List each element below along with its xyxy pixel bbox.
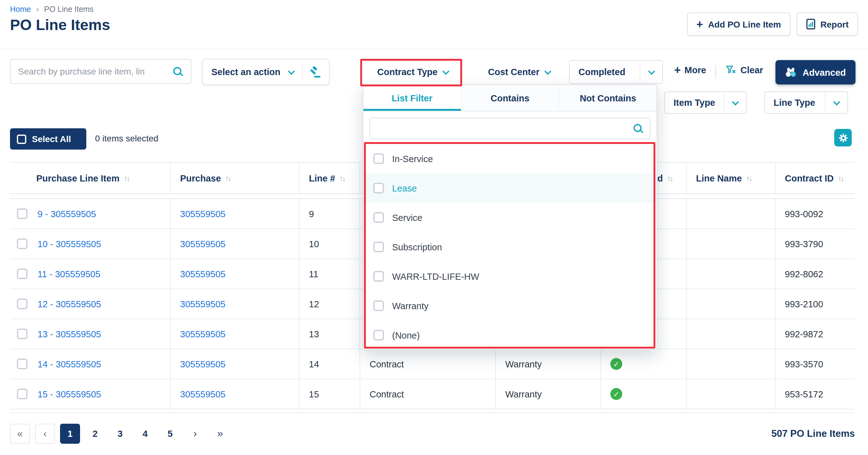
column-header-1[interactable]: Purchase↑↓ <box>170 163 299 193</box>
option-checkbox[interactable] <box>373 301 384 311</box>
search-icon[interactable] <box>173 66 183 77</box>
filter-option-subscription[interactable]: Subscription <box>363 232 657 262</box>
purchase-link[interactable]: 305559505 <box>180 209 225 219</box>
tab-not-contains[interactable]: Not Contains <box>559 85 657 111</box>
purchase-line-item-link[interactable]: 15 - 305559505 <box>37 389 101 399</box>
tab-contains[interactable]: Contains <box>461 85 559 111</box>
add-po-line-item-button[interactable]: + Add PO Line Item <box>687 12 790 36</box>
purchase-line-item-link[interactable]: 10 - 305559505 <box>37 239 101 249</box>
filter-option-service[interactable]: Service <box>363 203 657 232</box>
option-checkbox[interactable] <box>373 183 384 193</box>
pagination-first-button[interactable]: « <box>10 424 30 444</box>
column-header-7[interactable]: Contract ID↑↓ <box>775 163 855 193</box>
breadcrumb-home-link[interactable]: Home <box>10 5 31 14</box>
purchase-link[interactable]: 305559505 <box>180 269 225 279</box>
pagination-page-3[interactable]: 3 <box>110 424 130 444</box>
cell-line-number: 14 <box>299 349 360 379</box>
cell-line-item-type: Contract <box>360 379 495 409</box>
option-checkbox[interactable] <box>373 330 384 340</box>
table-settings-button[interactable] <box>834 129 852 146</box>
purchase-line-item-link[interactable]: 11 - 305559505 <box>37 269 100 279</box>
search-icon[interactable] <box>633 123 644 134</box>
row-checkbox[interactable] <box>17 208 28 219</box>
cell-line-number: 13 <box>299 319 360 349</box>
cell-purchase-line-item: 10 - 305559505 <box>10 229 170 258</box>
cell-contract-id: 993-2100 <box>775 289 855 318</box>
filter-option-lease[interactable]: Lease <box>363 173 657 203</box>
pagination-prev-button[interactable]: ‹ <box>35 424 55 444</box>
purchase-link[interactable]: 305559505 <box>180 239 225 249</box>
more-filters-button[interactable]: + More <box>674 64 706 76</box>
filter-item-type[interactable]: Item Type <box>664 91 747 114</box>
row-checkbox[interactable] <box>17 389 28 399</box>
filter-contract-type[interactable]: Contract Type <box>369 60 457 84</box>
report-button[interactable]: Report <box>797 12 858 36</box>
filter-tabs: List Filter Contains Not Contains <box>363 85 657 111</box>
filter-cost-center-label: Cost Center <box>488 67 539 77</box>
column-header-0[interactable]: Purchase Line Item↑↓ <box>10 163 170 193</box>
chevron-down-button[interactable] <box>640 61 662 83</box>
purchase-line-item-link[interactable]: 12 - 305559505 <box>37 299 101 309</box>
purchase-line-item-link[interactable]: 9 - 305559505 <box>37 209 96 219</box>
table-row-partial-bottom <box>10 409 855 413</box>
cell-line-number: 10 <box>299 229 360 258</box>
option-checkbox[interactable] <box>373 271 384 282</box>
chevron-down-button[interactable] <box>723 92 746 113</box>
pagination-page-1[interactable]: 1 <box>60 424 80 444</box>
option-checkbox[interactable] <box>373 241 384 252</box>
pagination-page-5[interactable]: 5 <box>160 424 180 444</box>
pagination-pages: 12345 <box>60 424 180 444</box>
purchase-link[interactable]: 305559505 <box>180 389 225 399</box>
pagination-page-4[interactable]: 4 <box>135 424 155 444</box>
pagination-last-button[interactable]: » <box>210 424 230 444</box>
filter-line-type[interactable]: Line Type <box>764 91 848 114</box>
chevron-down-icon[interactable] <box>288 67 295 75</box>
filter-option-warr-ltd-life-hw[interactable]: WARR-LTD-LIFE-HW <box>363 262 657 291</box>
purchase-link[interactable]: 305559505 <box>180 299 225 309</box>
chevron-down-icon <box>544 67 551 75</box>
row-checkbox[interactable] <box>17 268 28 279</box>
pagination-page-2[interactable]: 2 <box>85 424 105 444</box>
advanced-search-button[interactable]: Advanced <box>775 60 856 85</box>
header-actions: + Add PO Line Item Report <box>687 12 858 36</box>
cell-contract-id: 993-3790 <box>775 229 855 258</box>
row-checkbox[interactable] <box>17 329 28 339</box>
chevron-down-button[interactable] <box>825 92 847 113</box>
filter-cost-center[interactable]: Cost Center <box>475 60 563 84</box>
purchase-line-item-link[interactable]: 13 - 305559505 <box>37 329 101 339</box>
row-checkbox[interactable] <box>17 238 28 249</box>
gavel-icon[interactable] <box>310 66 321 78</box>
filter-search-box[interactable] <box>370 118 650 139</box>
row-checkbox[interactable] <box>17 298 28 309</box>
option-checkbox[interactable] <box>373 212 384 223</box>
sort-icon[interactable]: ↑↓ <box>340 174 345 182</box>
search-box[interactable] <box>10 59 191 84</box>
purchase-link[interactable]: 305559505 <box>180 329 225 339</box>
purchase-line-item-link[interactable]: 14 - 305559505 <box>37 359 101 369</box>
sort-icon[interactable]: ↑↓ <box>746 174 752 182</box>
action-select[interactable]: Select an action <box>202 59 330 85</box>
purchase-link[interactable]: 305559505 <box>180 359 225 369</box>
pagination-next-button[interactable]: › <box>185 424 205 444</box>
select-all-checkbox[interactable] <box>17 134 26 144</box>
select-all-button[interactable]: Select All <box>10 128 86 149</box>
sort-icon[interactable]: ↑↓ <box>124 174 129 182</box>
filter-search-input[interactable] <box>376 123 628 133</box>
cell-line-name <box>686 349 775 379</box>
cell-line-name <box>686 229 775 258</box>
column-header-2[interactable]: Line #↑↓ <box>299 163 360 193</box>
filter-option-in-service[interactable]: In-Service <box>363 144 657 173</box>
tab-list-filter[interactable]: List Filter <box>363 85 461 111</box>
sort-icon[interactable]: ↑↓ <box>225 174 231 182</box>
breadcrumb-current: PO Line Items <box>44 5 93 14</box>
filter-completed[interactable]: Completed <box>569 60 663 84</box>
column-header-6[interactable]: Line Name↑↓ <box>686 163 775 193</box>
option-checkbox[interactable] <box>373 153 384 164</box>
search-input[interactable] <box>18 66 167 76</box>
sort-icon[interactable]: ↑↓ <box>667 174 673 182</box>
filter-option-warranty[interactable]: Warranty <box>363 291 657 320</box>
clear-filters-button[interactable]: Clear <box>725 64 763 75</box>
sort-icon[interactable]: ↑↓ <box>838 174 843 182</box>
row-checkbox[interactable] <box>17 359 28 369</box>
filter-option-none[interactable]: (None) <box>363 320 657 349</box>
